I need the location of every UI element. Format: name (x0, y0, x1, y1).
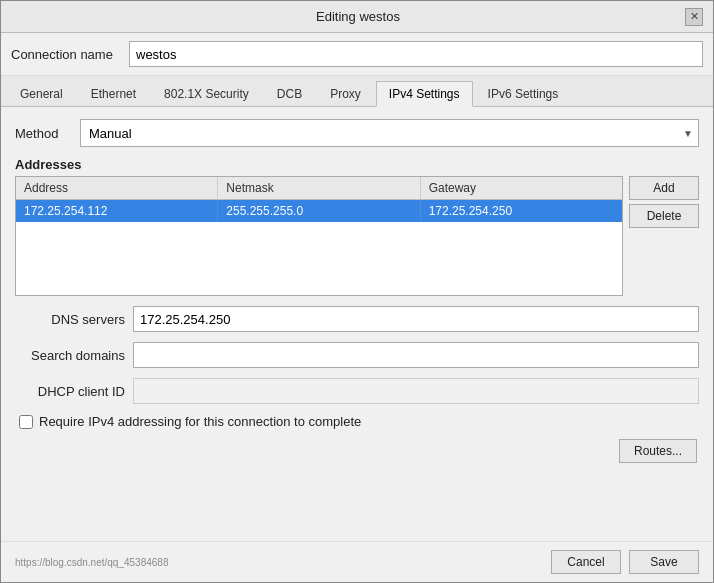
method-row: Method Manual Automatic (DHCP) Link-Loca… (15, 119, 699, 147)
tabs-bar: General Ethernet 802.1X Security DCB Pro… (1, 76, 713, 107)
save-button[interactable]: Save (629, 550, 699, 574)
tab-general[interactable]: General (7, 81, 76, 107)
tab-ipv6[interactable]: IPv6 Settings (475, 81, 572, 107)
dns-servers-row: DNS servers (15, 306, 699, 332)
titlebar: Editing westos ✕ (1, 1, 713, 33)
window-title: Editing westos (31, 9, 685, 24)
method-select[interactable]: Manual Automatic (DHCP) Link-Local Only … (80, 119, 699, 147)
addresses-label: Addresses (15, 157, 699, 172)
tab-ipv4[interactable]: IPv4 Settings (376, 81, 473, 107)
connection-name-label: Connection name (11, 47, 121, 62)
connection-name-row: Connection name (1, 33, 713, 76)
addresses-container: Address Netmask Gateway 172.25.254.112 2… (15, 176, 699, 296)
close-button[interactable]: ✕ (685, 8, 703, 26)
tab-8021x[interactable]: 802.1X Security (151, 81, 262, 107)
dns-servers-label: DNS servers (15, 312, 125, 327)
require-ipv4-row: Require IPv4 addressing for this connect… (15, 414, 699, 429)
col-header-address: Address (16, 177, 218, 199)
main-content: Method Manual Automatic (DHCP) Link-Loca… (1, 107, 713, 541)
table-row[interactable]: 172.25.254.112 255.255.255.0 172.25.254.… (16, 200, 622, 222)
cell-gateway: 172.25.254.250 (421, 200, 622, 222)
table-body: 172.25.254.112 255.255.255.0 172.25.254.… (16, 200, 622, 290)
dhcp-client-id-row: DHCP client ID (15, 378, 699, 404)
connection-name-input[interactable] (129, 41, 703, 67)
routes-row: Routes... (15, 439, 699, 463)
routes-button[interactable]: Routes... (619, 439, 697, 463)
col-header-netmask: Netmask (218, 177, 420, 199)
col-header-gateway: Gateway (421, 177, 622, 199)
table-header: Address Netmask Gateway (16, 177, 622, 200)
cancel-button[interactable]: Cancel (551, 550, 621, 574)
addresses-section: Addresses Address Netmask Gateway 172.25… (15, 157, 699, 296)
tab-dcb[interactable]: DCB (264, 81, 315, 107)
addresses-table: Address Netmask Gateway 172.25.254.112 2… (15, 176, 623, 296)
tab-ethernet[interactable]: Ethernet (78, 81, 149, 107)
search-domains-input[interactable] (133, 342, 699, 368)
footer: https://blog.csdn.net/qq_45384688 Cancel… (1, 541, 713, 582)
addresses-buttons: Add Delete (629, 176, 699, 296)
dhcp-client-id-input (133, 378, 699, 404)
method-select-wrapper: Manual Automatic (DHCP) Link-Local Only … (80, 119, 699, 147)
delete-button[interactable]: Delete (629, 204, 699, 228)
add-button[interactable]: Add (629, 176, 699, 200)
cell-address: 172.25.254.112 (16, 200, 218, 222)
search-domains-row: Search domains (15, 342, 699, 368)
require-ipv4-checkbox[interactable] (19, 415, 33, 429)
cell-netmask: 255.255.255.0 (218, 200, 420, 222)
require-ipv4-label: Require IPv4 addressing for this connect… (39, 414, 361, 429)
search-domains-label: Search domains (15, 348, 125, 363)
dhcp-client-id-label: DHCP client ID (15, 384, 125, 399)
watermark: https://blog.csdn.net/qq_45384688 (15, 557, 543, 568)
dns-servers-input[interactable] (133, 306, 699, 332)
method-label: Method (15, 126, 70, 141)
tab-proxy[interactable]: Proxy (317, 81, 374, 107)
